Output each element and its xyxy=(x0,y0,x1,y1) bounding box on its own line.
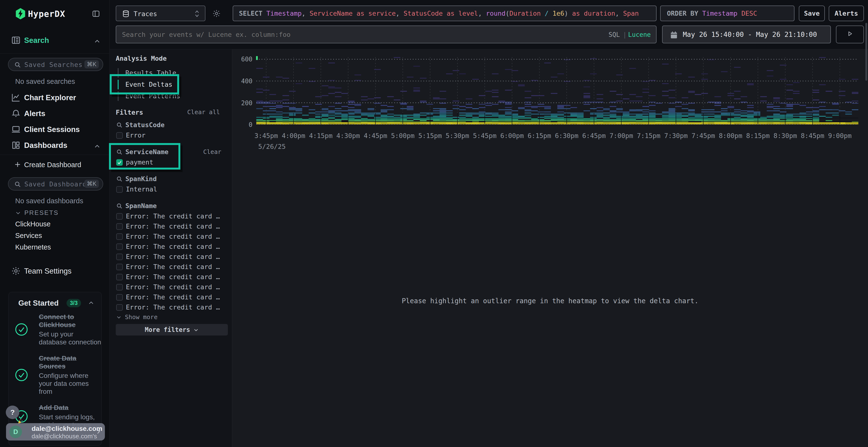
analysis-mode-option-event-patterns[interactable]: Event Patterns xyxy=(116,90,227,102)
checkbox-unchecked[interactable] xyxy=(116,223,123,230)
checkbox-unchecked[interactable] xyxy=(116,294,123,301)
filter-option[interactable]: Error: The credit card … xyxy=(116,242,227,252)
checkbox-unchecked[interactable] xyxy=(116,233,123,240)
get-started-item[interactable]: Connect to ClickHouseSet up your databas… xyxy=(9,313,102,346)
duration-heatmap[interactable] xyxy=(256,57,858,125)
filter-option[interactable]: Error: The credit card … xyxy=(116,252,227,262)
filter-option[interactable]: Internal xyxy=(116,184,227,194)
time-range-picker[interactable]: May 26 15:40:00 - May 26 21:10:00 xyxy=(662,26,831,43)
more-filters-button[interactable]: More filters xyxy=(116,324,228,336)
filter-option[interactable]: Error: The credit card … xyxy=(116,292,227,302)
sql-select-input[interactable]: SELECT Timestamp, ServiceName as service… xyxy=(233,5,656,21)
analysis-mode-option-label: Event Deltas xyxy=(125,81,173,88)
gear-icon[interactable] xyxy=(212,9,221,18)
saved-dashboards-input[interactable]: Saved Dashboards ⌘K xyxy=(8,177,103,191)
checkbox-unchecked[interactable] xyxy=(116,132,123,139)
save-button[interactable]: Save xyxy=(799,5,825,21)
sidebar-item-dashboards[interactable]: Dashboards xyxy=(0,139,110,153)
analysis-mode-option-results-table[interactable]: Results Table xyxy=(116,67,227,79)
sql-token: , xyxy=(302,10,310,17)
delta-chart-empty-message: Please highlight an outlier range in the… xyxy=(232,297,868,305)
checkbox-unchecked[interactable] xyxy=(116,264,123,270)
filter-option-label: Error: The credit card … xyxy=(126,211,220,221)
analysis-mode-option-label: Event Patterns xyxy=(125,92,180,100)
sidebar-item-team-settings[interactable]: Team Settings xyxy=(0,265,110,278)
filter-option[interactable]: payment xyxy=(116,157,227,167)
clear-all-link[interactable]: Clear all xyxy=(187,109,220,115)
run-query-button[interactable] xyxy=(836,26,864,43)
no-saved-searches-text: No saved searches xyxy=(15,77,75,85)
sidebar-item-alerts[interactable]: Alerts xyxy=(0,107,110,121)
sidebar-toggle-icon[interactable] xyxy=(92,10,100,18)
sql-token: , xyxy=(615,10,623,17)
calendar-icon xyxy=(670,31,678,39)
filter-option[interactable]: Error: The credit card … xyxy=(116,272,227,282)
checkbox-unchecked[interactable] xyxy=(116,186,123,193)
filter-option-label: Error: The credit card … xyxy=(126,232,220,242)
get-started-item-desc: Configure where your data comes from xyxy=(39,372,102,396)
filter-option[interactable]: Error: The credit card … xyxy=(116,211,227,221)
user-email: dale@clickhouse.com xyxy=(32,425,102,433)
divider xyxy=(0,154,110,155)
clear-filter-link[interactable]: Clear xyxy=(203,147,221,157)
checkbox-checked[interactable] xyxy=(116,159,123,166)
scrollbar-thumb[interactable] xyxy=(865,23,867,81)
chevron-up-icon[interactable] xyxy=(94,38,100,45)
checkbox-unchecked[interactable] xyxy=(116,274,123,280)
preset-link-services[interactable]: Services xyxy=(15,232,42,240)
filter-option-label: Error: The credit card … xyxy=(126,221,220,232)
presets-toggle[interactable]: PRESETS xyxy=(15,209,59,216)
laptop-icon xyxy=(11,125,21,134)
checkbox-unchecked[interactable] xyxy=(116,284,123,290)
preset-link-clickhouse[interactable]: ClickHouse xyxy=(15,220,51,228)
alerts-button[interactable]: Alerts xyxy=(829,5,864,21)
sidebar-item-client-sessions[interactable]: Client Sessions xyxy=(0,123,110,137)
source-select[interactable]: Traces xyxy=(116,5,206,21)
user-menu[interactable]: D dale@clickhouse.com dale@clickhouse.co… xyxy=(6,423,105,441)
chevron-up-icon[interactable] xyxy=(88,300,94,306)
sql-token: Span xyxy=(623,10,639,17)
filter-option[interactable]: Error xyxy=(116,130,227,140)
presets-label: PRESETS xyxy=(24,209,59,216)
checkbox-unchecked[interactable] xyxy=(116,304,123,311)
filter-option[interactable]: Error: The credit card … xyxy=(116,221,227,232)
divider xyxy=(0,54,110,54)
preset-link-kubernetes[interactable]: Kubernetes xyxy=(15,243,51,251)
active-indicator-rail xyxy=(118,68,119,78)
create-dashboard-button[interactable]: Create Dashboard xyxy=(0,159,110,171)
chart-icon xyxy=(11,93,21,102)
checkbox-unchecked[interactable] xyxy=(116,243,123,250)
filter-option[interactable]: Error: The credit card … xyxy=(116,262,227,272)
sql-token: Duration xyxy=(509,10,545,17)
filter-group-statuscode: StatusCodeError xyxy=(116,120,227,140)
filter-option[interactable]: Error: The credit card … xyxy=(116,282,227,292)
show-more-link[interactable]: Show more xyxy=(116,312,227,322)
filter-group-header: SpanKind xyxy=(116,174,227,184)
sidebar-item-chart-explorer[interactable]: Chart Explorer xyxy=(0,92,110,105)
order-by-text: ORDER BY Timestamp DESC xyxy=(667,6,793,21)
filter-group-name: SpanKind xyxy=(125,174,157,184)
analysis-mode-option-label: Results Table xyxy=(125,69,176,77)
filter-option[interactable]: Error: The credit card … xyxy=(116,302,227,312)
show-more-label: Show more xyxy=(125,312,157,322)
mode-sql-toggle[interactable]: SQL xyxy=(609,31,620,38)
get-started-item-title: Create Data Sources xyxy=(39,354,102,370)
checkbox-unchecked[interactable] xyxy=(116,253,123,260)
chevron-down-icon xyxy=(116,314,122,320)
get-started-item[interactable]: Create Data SourcesConfigure where your … xyxy=(9,354,102,396)
analysis-mode-option-event-deltas[interactable]: Event Deltas xyxy=(116,79,227,90)
mode-lucene-toggle[interactable]: Lucene xyxy=(628,31,651,38)
checkbox-unchecked[interactable] xyxy=(116,213,123,220)
filter-option[interactable]: Error: The credit card … xyxy=(116,232,227,242)
order-by-input[interactable]: ORDER BY Timestamp DESC xyxy=(660,5,795,21)
sidebar-item-search[interactable]: Search xyxy=(0,34,110,48)
chevron-up-icon[interactable] xyxy=(94,143,100,150)
x-axis-tick-label: 5:30pm xyxy=(445,132,469,139)
help-button[interactable]: ? xyxy=(6,406,19,419)
get-started-item-desc: Set up your database connection xyxy=(39,330,102,346)
saved-searches-input[interactable]: Saved Searches ⌘K xyxy=(8,58,103,71)
filter-option-label: Error: The credit card … xyxy=(126,282,220,292)
sql-token: SELECT xyxy=(239,10,267,17)
plus-icon xyxy=(14,161,21,168)
search-input[interactable] xyxy=(122,28,580,41)
